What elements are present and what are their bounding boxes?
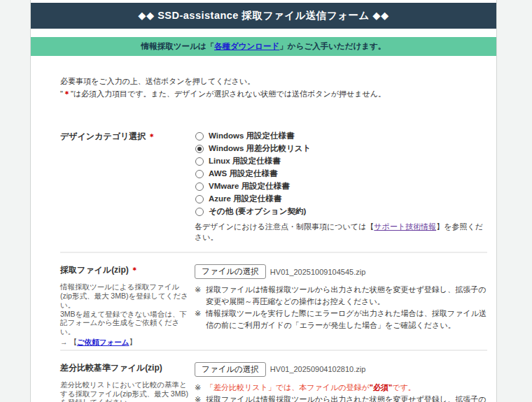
request-form-link[interactable]: ご依頼フォーム (77, 338, 129, 346)
design-category-label-col: デザインカテゴリ選択＊ (60, 131, 195, 143)
intro-line2: "＊"は必須入力項目です。また、デザインが選択されない状態では送信ボタンが押せま… (60, 88, 487, 101)
intro-line1: 必要事項をご入力の上、送信ボタンを押してください。 (60, 76, 487, 88)
design-category-field: Windows 用設定仕様書Windows 用差分比較リストLinux 用設定仕… (195, 131, 487, 243)
radio-option-1[interactable]: Windows 用差分比較リスト (195, 143, 487, 154)
radio-label: Windows 用設定仕様書 (209, 131, 295, 141)
base-file-row: 差分比較基準ファイル(zip) 差分比較リストにおいて比較の基準とする採取ファイ… (60, 351, 487, 402)
collect-file-field: ファイルの選択 HV01_20251009104545.zip ※ 採取ファイル… (195, 264, 487, 331)
collect-file-select-button[interactable]: ファイルの選択 (195, 264, 266, 279)
download-link[interactable]: 各種ダウンロード (214, 41, 279, 52)
note: ※ 採取ファイルは情報採取ツールから出力された状態を変更せず登録し、拡張子の変更… (195, 394, 487, 402)
base-file-label: 差分比較基準ファイル(zip) (60, 363, 162, 373)
base-file-notes: ※ 「差分比較リスト」では、本ファイルの登録が"必須"です。 ※ 採取ファイルは… (195, 382, 487, 402)
radio-label: Azure 用設定仕様書 (209, 194, 281, 204)
note: ※ 採取ファイルは情報採取ツールから出力された状態を変更せず登録し、拡張子の変更… (195, 284, 487, 308)
base-file-desc: 差分比較リストにおいて比較の基準とする採取ファイル(zip形式、最大 3MB)を… (60, 380, 190, 402)
base-file-select-button[interactable]: ファイルの選択 (195, 362, 266, 377)
design-category-options: Windows 用設定仕様書Windows 用差分比較リストLinux 用設定仕… (195, 131, 487, 219)
support-info-link[interactable]: サポート技術情報 (374, 222, 436, 231)
radio-option-4[interactable]: VMware 用設定仕様書 (195, 181, 487, 192)
design-note-pre: 各デザインにおける注意点・制限事項については【 (195, 222, 374, 231)
collect-file-input: ファイルの選択 HV01_20251009104545.zip (195, 264, 487, 279)
base-file-field: ファイルの選択 HV01_20250904102810.zip ※ 「差分比較リ… (195, 362, 487, 402)
collect-file-desc-line2: 3MBを超えて登録できない場合は、下記フォームから生成をご依頼ください。 (60, 310, 190, 336)
collect-file-desc: 情報採取ツールによる採取ファイル(zip形式、最大 3MB)を登録してください。… (60, 282, 190, 347)
note-text: 情報採取ツールを実行した際にエラーログが出力された場合は、採取ファイル送信の前に… (206, 308, 487, 331)
note: ※ 情報採取ツールを実行した際にエラーログが出力された場合は、採取ファイル送信の… (195, 308, 487, 331)
collect-file-label: 採取ファイル(zip) (60, 265, 129, 275)
required-warning-note: ※ 「差分比較リスト」では、本ファイルの登録が"必須"です。 (195, 382, 487, 394)
form-body: 必要事項をご入力の上、送信ボタンを押してください。 "＊"は必須入力項目です。ま… (31, 56, 496, 402)
design-category-row: デザインカテゴリ選択＊ Windows 用設定仕様書Windows 用差分比較リ… (60, 131, 487, 243)
collect-file-row: 採取ファイル(zip)＊ 情報採取ツールによる採取ファイル(zip形式、最大 3… (60, 253, 487, 350)
radio-label: AWS 用設定仕様書 (209, 168, 277, 179)
radio-input[interactable] (195, 170, 204, 178)
collect-file-notes: ※ 採取ファイルは情報採取ツールから出力された状態を変更せず登録し、拡張子の変更… (195, 284, 487, 331)
base-file-filename: HV01_20250904102810.zip (270, 365, 365, 373)
radio-input[interactable] (195, 132, 204, 141)
note-text: 採取ファイルは情報採取ツールから出力された状態を変更せず登録し、拡張子の変更や展… (206, 284, 487, 308)
radio-input[interactable] (195, 145, 204, 153)
base-file-input: ファイルの選択 HV01_20250904102810.zip (195, 362, 487, 377)
required-mark: ＊ (129, 266, 139, 274)
base-file-label-col: 差分比較基準ファイル(zip) 差分比較リストにおいて比較の基準とする採取ファイ… (60, 362, 195, 402)
collect-file-desc-line1: 情報採取ツールによる採取ファイル(zip形式、最大 3MB)を登録してください。 (60, 282, 190, 309)
bracket-close: 】 (129, 338, 136, 346)
radio-option-0[interactable]: Windows 用設定仕様書 (195, 131, 487, 141)
design-category-label: デザインカテゴリ選択 (60, 131, 146, 141)
note-mark-icon: ※ (195, 382, 206, 394)
bracket-open: 【 (69, 338, 77, 346)
radio-option-2[interactable]: Linux 用設定仕様書 (195, 156, 487, 166)
radio-input[interactable] (195, 208, 204, 216)
radio-label: その他 (要オプション契約) (209, 206, 306, 217)
radio-label: Windows 用差分比較リスト (209, 143, 311, 154)
banner-text-prefix: 情報採取ツールは「 (141, 41, 214, 52)
radio-option-5[interactable]: Azure 用設定仕様書 (195, 194, 487, 204)
radio-input[interactable] (195, 157, 204, 166)
request-form-line: → 【ご依頼フォーム】 (60, 338, 190, 347)
design-category-note: 各デザインにおける注意点・制限事項については【サポート技術情報】を参照ください。 (195, 222, 487, 243)
arrow-icon: → (60, 338, 69, 346)
note-text: 採取ファイルは情報採取ツールから出力された状態を変更せず登録し、拡張子の変更や展… (206, 394, 487, 402)
radio-option-6[interactable]: その他 (要オプション契約) (195, 206, 487, 217)
radio-input[interactable] (195, 195, 204, 203)
note-mark-icon: ※ (195, 308, 206, 331)
page-title: ◆◆ SSD-assistance 採取ファイル送信フォーム ◆◆ (31, 3, 496, 29)
note-mark-icon: ※ (195, 284, 206, 308)
collect-file-label-col: 採取ファイル(zip)＊ 情報採取ツールによる採取ファイル(zip形式、最大 3… (60, 264, 195, 347)
download-banner: 情報採取ツールは「各種ダウンロード」からご入手いただけます。 (31, 37, 496, 56)
base-file-desc-line1: 差分比較リストにおいて比較の基準とする採取ファイル(zip形式、最大 3MB)を… (60, 380, 190, 402)
required-asterisk: ＊ (63, 89, 71, 98)
radio-label: Linux 用設定仕様書 (209, 156, 281, 166)
radio-input[interactable] (195, 182, 204, 191)
intro: 必要事項をご入力の上、送信ボタンを押してください。 "＊"は必須入力項目です。ま… (60, 76, 487, 100)
required-mark: ＊ (146, 132, 155, 141)
warning-text-emphasis: "必須" (370, 383, 392, 392)
form-panel: ◆◆ SSD-assistance 採取ファイル送信フォーム ◆◆ 情報採取ツー… (30, 0, 497, 402)
warning-text-tail: です。 (392, 383, 416, 392)
collect-file-filename: HV01_20251009104545.zip (270, 268, 365, 276)
radio-option-3[interactable]: AWS 用設定仕様書 (195, 168, 487, 179)
warning-text-head: 「差分比較リスト」では、本ファイルの登録が (206, 383, 370, 392)
radio-label: VMware 用設定仕様書 (209, 181, 290, 192)
note-mark-icon: ※ (195, 394, 206, 402)
banner-text-suffix: 」からご入手いただけます。 (279, 41, 386, 52)
intro-line2-text: は必須入力項目です。また、デザインが選択されない状態では送信ボタンが押せません。 (74, 89, 386, 98)
